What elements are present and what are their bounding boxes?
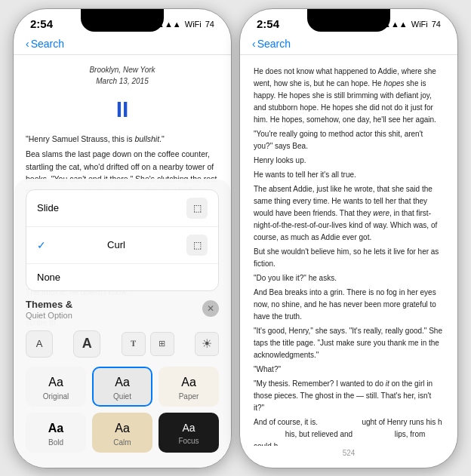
font-style-icon1[interactable]: 𝐓 (122, 332, 146, 356)
theme-calm-label: Calm (113, 438, 131, 447)
notch-left (81, 9, 164, 32)
theme-focus[interactable]: Aa Focus (159, 413, 219, 453)
time-left: 2:54 (30, 17, 53, 30)
rp-8: And Bea breaks into a grin. There is no … (254, 287, 444, 323)
slide-option-none[interactable]: None (26, 264, 218, 290)
font-style-icons: 𝐓 ⊞ (122, 332, 174, 356)
curl-check: ✓ (37, 239, 46, 251)
slide-options: Slide ⬚ ✓ Curl ⬚ None (26, 189, 219, 291)
theme-bold[interactable]: Aa Bold (26, 413, 86, 453)
overlay-panel: Slide ⬚ ✓ Curl ⬚ None (14, 179, 231, 468)
book-location: Brooklyn, New YorkMarch 13, 2015 (26, 64, 219, 88)
theme-bold-label: Bold (48, 438, 63, 447)
back-label-left: Search (31, 38, 64, 50)
theme-focus-label: Focus (178, 437, 199, 445)
slide-icon-box: ⬚ (186, 198, 208, 219)
theme-calm[interactable]: Aa Calm (92, 413, 152, 453)
theme-paper-preview: Aa (181, 376, 196, 389)
themes-title-container: Themes & Quiet Option (26, 297, 72, 320)
chevron-left-icon: ‹ (26, 38, 29, 50)
theme-original-preview: Aa (48, 376, 63, 389)
none-label: None (37, 272, 60, 283)
theme-paper-label: Paper (179, 392, 199, 401)
back-button-right[interactable]: ‹ Search (252, 38, 291, 50)
theme-calm-preview: Aa (115, 422, 130, 435)
rp-7: "Do you like it?" he asks. (254, 272, 444, 284)
status-bar-right: 2:54 ▲▲▲ WiFi 74 (240, 9, 457, 36)
rp-3: Henry looks up. (254, 155, 444, 167)
rp-9: "It's good, Henry," she says. "It's real… (254, 325, 444, 361)
theme-quiet-preview: Aa (115, 376, 130, 389)
nav-bar-right: ‹ Search (240, 36, 457, 55)
status-bar-left: 2:54 ▲▲▲ WiFi 74 (14, 9, 231, 36)
font-controls: A A 𝐓 ⊞ ☀ (26, 326, 219, 364)
theme-bold-preview: Aa (48, 422, 63, 435)
rp-11: "My thesis. Remember? I wanted to do it … (254, 378, 444, 414)
theme-grid: Aa Original Aa Quiet Aa Paper Aa Bold (26, 367, 219, 453)
rp-1: He does not know what happened to Addie,… (254, 66, 444, 126)
close-button[interactable]: ✕ (202, 300, 219, 317)
slide-label: Slide (37, 202, 59, 213)
brightness-icon[interactable]: ☀ (195, 332, 219, 356)
theme-paper[interactable]: Aa Paper (159, 367, 219, 407)
slide-option-curl[interactable]: ✓ Curl ⬚ (26, 227, 218, 264)
slide-option-slide[interactable]: Slide ⬚ (26, 190, 218, 227)
themes-header: Themes & Quiet Option ✕ (26, 297, 219, 320)
theme-quiet[interactable]: Aa Quiet (92, 367, 152, 407)
nav-bar-left: ‹ Search (14, 36, 231, 55)
rp-5: The absent Addie, just like he wrote, th… (254, 183, 444, 244)
status-icons-left: ▲▲▲ WiFi 74 (156, 20, 214, 29)
rp-4: He wants to tell her it's all true. (254, 169, 444, 181)
theme-focus-preview: Aa (182, 422, 195, 434)
font-decrease-btn[interactable]: A (26, 330, 53, 358)
battery-icon: 74 (205, 20, 214, 29)
chevron-left-icon-right: ‹ (252, 38, 256, 50)
wifi-icon: WiFi (185, 20, 202, 29)
theme-quiet-label: Quiet (113, 392, 131, 401)
back-label-right: Search (257, 38, 291, 50)
chapter-number: II (26, 92, 219, 127)
curl-label: Curl (107, 239, 125, 250)
notch-right (307, 9, 390, 32)
right-phone: 2:54 ▲▲▲ WiFi 74 ‹ Search He does not kn… (239, 8, 458, 468)
themes-title: Themes & (26, 299, 72, 310)
page-number: 524 (240, 446, 457, 460)
para-1: "Henry Samuel Strauss, this is bullshit.… (26, 133, 219, 145)
status-icons-right: ▲▲▲ WiFi 74 (383, 20, 441, 29)
book-content-right: He does not know what happened to Addie,… (240, 55, 457, 446)
font-increase-btn[interactable]: A (73, 330, 100, 358)
left-phone: 2:54 ▲▲▲ WiFi 74 ‹ Search Brooklyn, New … (13, 8, 232, 468)
time-right: 2:54 (257, 17, 279, 30)
rp-12: And of course, it is. ught of Henry runs… (254, 416, 444, 446)
theme-original-label: Original (43, 392, 69, 401)
rp-10: "What?" (254, 364, 444, 376)
battery-icon-right: 74 (432, 20, 441, 29)
curl-icon-box: ⬚ (186, 235, 208, 256)
theme-original[interactable]: Aa Original (26, 367, 86, 407)
quiet-option-label: Quiet Option (26, 311, 72, 320)
wifi-icon-right: WiFi (411, 20, 428, 29)
rp-2: "You're really going to method actor thi… (254, 128, 444, 152)
font-style-icon2[interactable]: ⊞ (150, 332, 174, 356)
back-button-left[interactable]: ‹ Search (26, 38, 64, 50)
rp-6: But she wouldn't believe him, so he lets… (254, 246, 444, 270)
